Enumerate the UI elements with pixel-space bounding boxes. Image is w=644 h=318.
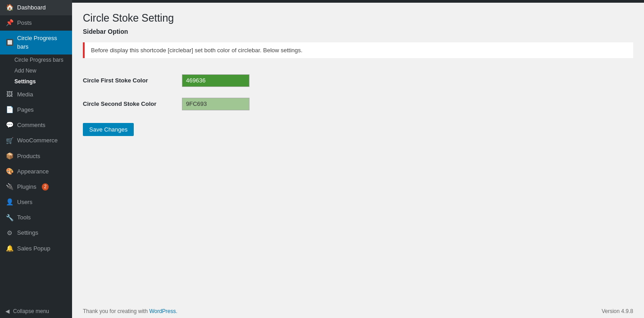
plugins-badge: 2: [42, 183, 49, 191]
first-stoke-color-value: 469636: [186, 77, 205, 84]
sidebar-item-settings[interactable]: ⚙ Settings: [0, 225, 72, 241]
second-stoke-color-value: 9FC693: [186, 100, 207, 107]
sidebar-item-label: Products: [17, 152, 40, 160]
sidebar-item-plugins[interactable]: 🔌 Plugins 2: [0, 179, 72, 195]
tools-icon: 🔧: [5, 214, 14, 222]
first-stoke-color-input[interactable]: 469636: [182, 74, 633, 87]
media-icon: 🖼: [5, 91, 14, 99]
sidebar-item-pages[interactable]: 📄 Pages: [0, 102, 72, 118]
sidebar-sub-circle-progress-bars[interactable]: Circle Progress bars: [0, 55, 72, 65]
woocommerce-icon: 🛒: [5, 136, 14, 145]
dashboard-icon: 🏠: [5, 4, 14, 12]
sidebar-item-tools[interactable]: 🔧 Tools: [0, 210, 72, 225]
settings-form-table: Circle First Stoke Color 469636 Circle S…: [83, 69, 633, 116]
sidebar-sub-settings[interactable]: Settings: [0, 76, 72, 87]
second-stoke-color-input[interactable]: 9FC693: [182, 98, 633, 110]
sidebar-item-label: WooCommerce: [17, 136, 58, 145]
appearance-icon: 🎨: [5, 168, 14, 176]
sidebar-sub-add-new[interactable]: Add New: [0, 65, 72, 76]
sub-label: Settings: [14, 78, 36, 85]
sidebar-item-circle-progress-bars[interactable]: 🔲 Circle Progress bars: [0, 31, 72, 54]
first-stoke-row: Circle First Stoke Color 469636: [83, 69, 633, 92]
save-button[interactable]: Save Changes: [83, 123, 134, 136]
users-icon: 👤: [5, 198, 14, 206]
second-stoke-label: Circle Second Stoke Color: [83, 100, 156, 107]
sidebar-item-label: Plugins: [17, 183, 36, 191]
sidebar-item-label: Circle Progress bars: [17, 34, 67, 50]
sidebar-item-label: Tools: [17, 214, 31, 222]
sidebar-item-label: Pages: [17, 106, 34, 114]
collapse-icon: ◀: [5, 308, 9, 314]
first-stoke-label: Circle First Stoke Color: [83, 77, 148, 84]
second-stoke-color-box[interactable]: 9FC693: [182, 98, 249, 110]
sidebar-item-label: Settings: [17, 229, 38, 237]
sidebar-item-comments[interactable]: 💬 Comments: [0, 118, 72, 133]
sidebar-item-sales-popup[interactable]: 🔔 Sales Popup: [0, 241, 72, 256]
collapse-menu[interactable]: ◀ Collapse menu: [0, 304, 72, 318]
sidebar-item-label: Users: [17, 198, 32, 206]
posts-icon: 📌: [5, 19, 14, 27]
footer-version: Version 4.9.8: [602, 308, 633, 314]
pages-icon: 📄: [5, 106, 14, 114]
footer: Thank you for creating with WordPress. V…: [72, 304, 644, 318]
sidebar-item-label: Dashboard: [17, 4, 46, 12]
plugins-icon: 🔌: [5, 183, 14, 191]
sidebar-item-label: Appearance: [17, 168, 49, 176]
collapse-label: Collapse menu: [13, 308, 49, 314]
footer-credit: Thank you for creating with WordPress.: [83, 308, 177, 314]
sidebar-item-media[interactable]: 🖼 Media: [0, 87, 72, 102]
sidebar-item-appearance[interactable]: 🎨 Appearance: [0, 164, 72, 179]
section-title: Sidebar Option: [83, 28, 633, 35]
sidebar-item-label: Media: [17, 91, 33, 99]
sidebar-item-label: Posts: [17, 19, 32, 27]
second-stoke-row: Circle Second Stoke Color 9FC693: [83, 92, 633, 116]
sidebar-item-label: Sales Popup: [17, 245, 50, 253]
sidebar-item-products[interactable]: 📦 Products: [0, 149, 72, 164]
comments-icon: 💬: [5, 121, 14, 129]
page-title: Circle Stoke Setting: [83, 12, 633, 25]
products-icon: 📦: [5, 152, 14, 160]
sub-label: Circle Progress bars: [14, 57, 63, 63]
circle-progress-icon: 🔲: [5, 39, 14, 47]
notice-text: Before display this shortcode [circlebar…: [91, 47, 303, 54]
sub-label: Add New: [14, 68, 36, 74]
sales-popup-icon: 🔔: [5, 245, 14, 253]
thank-you-text: Thank you for creating with: [83, 308, 149, 314]
sidebar-item-users[interactable]: 👤 Users: [0, 195, 72, 210]
sidebar-item-woocommerce[interactable]: 🛒 WooCommerce: [0, 133, 72, 148]
first-stoke-color-box[interactable]: 469636: [182, 74, 249, 87]
sidebar-item-label: Comments: [17, 121, 45, 129]
sidebar-item-posts[interactable]: 📌 Posts: [0, 15, 72, 31]
sidebar-item-dashboard[interactable]: 🏠 Dashboard: [0, 0, 72, 15]
settings-icon: ⚙: [5, 229, 14, 237]
notice-bar: Before display this shortcode [circlebar…: [83, 42, 633, 58]
wordpress-link[interactable]: WordPress.: [149, 308, 177, 314]
